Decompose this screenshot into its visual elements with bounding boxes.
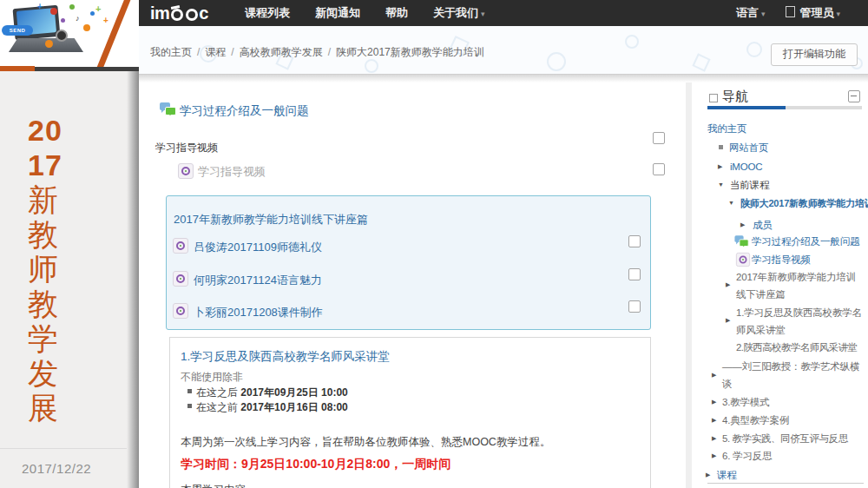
- triangle-down-icon[interactable]: ▼: [718, 181, 724, 188]
- sidebar-item-week4[interactable]: 4.典型教学案例: [722, 412, 789, 429]
- breadcrumb-separator: /: [231, 46, 233, 58]
- triangle-right-icon[interactable]: ▶: [712, 452, 716, 459]
- decor-doodle: [692, 53, 710, 71]
- completion-checkbox[interactable]: [628, 300, 641, 313]
- sidebar-item-courses[interactable]: 课程: [717, 466, 737, 484]
- sidebar-item-week3[interactable]: 3.教学模式: [722, 393, 769, 411]
- sidebar-item-week1[interactable]: 1.学习反思及陕西高校教学名师风采讲堂: [736, 304, 863, 339]
- nav-item-news[interactable]: 新闻通知: [315, 5, 360, 21]
- navbar-right: 语言▾ 管理员▾: [736, 5, 868, 21]
- highlighted-section-title-link[interactable]: 2017年新教师教学能力培训线下讲座篇: [174, 212, 368, 228]
- block-collapse-icon[interactable]: [848, 90, 860, 102]
- imooc-logo[interactable]: imc: [150, 3, 208, 23]
- slide-char: 展: [28, 391, 62, 425]
- navbar-menu: 课程列表 新闻通知 帮助 关于我们▾: [245, 5, 485, 21]
- sidebar-item-forum[interactable]: 学习过程介绍及一般问题: [752, 233, 859, 250]
- restriction-label: 不能使用除非: [181, 370, 243, 385]
- nav-item-help[interactable]: 帮助: [385, 5, 408, 21]
- chevron-down-icon: ▾: [481, 10, 485, 18]
- sidebar-item-participants[interactable]: 成员: [753, 216, 773, 234]
- breadcrumb-category[interactable]: 高校教师教学发展: [240, 46, 323, 58]
- nav-item-course-list[interactable]: 课程列表: [245, 5, 290, 21]
- sidebar-item-guide-video[interactable]: 学习指导视频: [752, 251, 811, 268]
- sidebar-item-my-home[interactable]: 我的主页: [707, 120, 746, 137]
- nav-item-about-label: 关于我们: [433, 6, 478, 19]
- breadcrumb-current-course[interactable]: 陕师大2017新教师教学能力培训: [336, 46, 484, 58]
- sidebar-item-imooc[interactable]: iMOOC: [730, 158, 762, 175]
- logo-text-suffix: c: [199, 3, 208, 23]
- decor-doodle: [365, 59, 378, 73]
- forum-icon: [734, 235, 748, 247]
- header-shadow: [139, 74, 868, 82]
- media-icon: [178, 163, 194, 179]
- block-dock-icon[interactable]: [709, 94, 718, 102]
- sidebar-item-week5[interactable]: 5. 教学实践、同侪互评与反思: [722, 430, 848, 447]
- slide-char: 新: [28, 182, 62, 217]
- sidebar-item-week6[interactable]: 6. 学习反思: [722, 447, 772, 465]
- video-activity-link-dimmed[interactable]: 学习指导视频: [198, 164, 266, 180]
- restriction-date: 2017年09月25日 10:00: [240, 386, 347, 399]
- triangle-right-icon[interactable]: ▶: [718, 163, 722, 170]
- decor-dot: [90, 11, 95, 16]
- highlighted-section-box: 2017年新教师教学能力培训线下讲座篇 吕俊涛20171109师德礼仪 何明家2…: [166, 195, 651, 330]
- square-bullet-icon: [719, 145, 723, 149]
- completion-checkbox[interactable]: [628, 268, 641, 280]
- completion-checkbox[interactable]: [653, 163, 665, 175]
- section-label: 学习指导视频: [155, 141, 218, 155]
- slide-char: 教: [28, 287, 62, 321]
- media-icon: [173, 303, 188, 319]
- turn-editing-on-button[interactable]: 打开编辑功能: [771, 43, 858, 66]
- completion-checkbox[interactable]: [628, 235, 641, 247]
- user-menu[interactable]: 管理员▾: [786, 5, 840, 21]
- lecture-video-link[interactable]: 吕俊涛20171109师德礼仪: [194, 240, 322, 255]
- restriction-prefix: 在这之前: [196, 401, 238, 413]
- lecture-video-link[interactable]: 卜彩丽20171208课件制作: [194, 305, 323, 320]
- forum-activity-link[interactable]: 学习过程介绍及一般问题: [180, 103, 309, 119]
- restriction-bullet: 在这之前 2017年10月16日 08:00: [196, 400, 348, 415]
- decor-dot: [45, 40, 53, 48]
- decor-plus: +: [37, 2, 43, 11]
- sidebar-item-offline-lectures[interactable]: 2017年新教师教学能力培训线下讲座篇: [736, 268, 863, 303]
- decor-dot: [69, 4, 75, 10]
- week-title-link[interactable]: 1.学习反思及陕西高校教学名师风采讲堂: [181, 349, 390, 365]
- sidebar-item-course-name[interactable]: 陕师大2017新教师教学能力培训: [740, 195, 868, 212]
- completion-checkbox[interactable]: [653, 132, 665, 144]
- decor-doodle: [625, 35, 639, 49]
- sidebar-item-current-course[interactable]: 当前课程: [730, 176, 769, 194]
- nav-item-about[interactable]: 关于我们▾: [433, 5, 485, 21]
- triangle-right-icon[interactable]: ▶: [726, 281, 730, 288]
- breadcrumb-separator: /: [328, 46, 331, 58]
- triangle-right-icon[interactable]: ▶: [706, 472, 710, 478]
- restriction-bullet: 在这之后 2017年09月25日 10:00: [196, 386, 348, 400]
- language-menu[interactable]: 语言▾: [736, 5, 766, 21]
- sidebar-item-week2[interactable]: 2.陕西高校教学名师风采讲堂: [736, 339, 863, 356]
- restriction-prefix: 在这之后: [196, 386, 238, 399]
- sidebar-item-site-home[interactable]: 网站首页: [729, 139, 768, 156]
- breadcrumb-home[interactable]: 我的主页: [150, 46, 192, 58]
- triangle-right-icon[interactable]: ▶: [712, 435, 716, 442]
- slide-edge-shadow: [127, 71, 139, 488]
- slide-footer-divider: [0, 448, 127, 449]
- triangle-down-icon[interactable]: ▼: [728, 200, 734, 206]
- user-label: 管理员: [799, 6, 833, 19]
- decor-doodle: [547, 52, 566, 71]
- decor-dot: [83, 24, 90, 31]
- decor-note: ♪: [76, 14, 80, 23]
- slide-year-line2: 17: [28, 148, 62, 182]
- sidebar-item-professor-talk[interactable]: ——刘三阳教授：教学艺术纵横谈: [722, 358, 863, 392]
- triangle-right-icon[interactable]: ▶: [712, 372, 716, 379]
- block-underline-accent: [707, 106, 786, 109]
- slide-char: 学: [28, 321, 62, 356]
- slide-char: 发: [28, 356, 62, 391]
- lecture-video-link[interactable]: 何明家20171124语言魅力: [194, 273, 322, 288]
- triangle-right-icon[interactable]: ▶: [740, 221, 745, 228]
- week-section-box: 1.学习反思及陕西高校教学名师风采讲堂 不能使用除非 在这之后 2017年09月…: [169, 337, 651, 488]
- send-badge: SEND: [2, 25, 33, 36]
- breadcrumb-courses[interactable]: 课程: [205, 46, 226, 58]
- triangle-right-icon[interactable]: ▶: [726, 317, 730, 324]
- triangle-right-icon[interactable]: ▶: [712, 417, 716, 424]
- decor-doodle: [746, 42, 762, 57]
- breadcrumb: 我的主页/课程/高校教师教学发展/陕师大2017新教师教学能力培训: [150, 45, 484, 60]
- chevron-down-icon: ▾: [761, 10, 766, 18]
- triangle-right-icon[interactable]: ▶: [712, 399, 716, 406]
